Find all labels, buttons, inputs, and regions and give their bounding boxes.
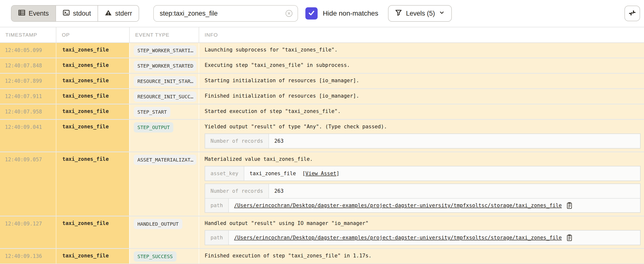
event-row[interactable]: 12:40:09.127taxi_zones_fileHANDLED_OUTPU… xyxy=(0,216,644,249)
chevron-down-icon xyxy=(438,9,445,17)
timestamp-cell: 12:40:07.899 xyxy=(0,74,56,88)
op-cell: taxi_zones_file xyxy=(56,152,129,216)
event-type-cell: RESOURCE_INIT_SUCC… xyxy=(129,89,198,104)
log-filter-search xyxy=(153,5,298,22)
path-link[interactable]: /Users/erincochran/Desktop/dagster-examp… xyxy=(234,203,562,208)
metadata-table: path/Users/erincochran/Desktop/dagster-e… xyxy=(205,230,640,245)
tab-events[interactable]: Events xyxy=(12,5,56,21)
view-toggle-group: Events stdout stderr xyxy=(11,5,139,22)
info-cell: Launching subprocess for "taxi_zones_fil… xyxy=(198,43,644,58)
terminal-icon xyxy=(62,9,70,18)
metadata-table: Number of records263path/Users/erincochr… xyxy=(205,183,640,213)
info-cell: Starting initialization of resources [io… xyxy=(198,74,644,88)
event-type-cell: STEP_WORKER_STARTI… xyxy=(129,43,198,58)
filter-funnel-icon xyxy=(395,9,402,18)
copy-icon[interactable] xyxy=(566,234,572,241)
event-type-tag: STEP_START xyxy=(134,107,170,117)
metadata-row: Number of records263 xyxy=(205,184,640,198)
view-asset-link[interactable]: View Asset xyxy=(305,170,336,176)
op-cell: taxi_zones_file xyxy=(56,216,129,248)
column-header-timestamp: TIMESTAMP xyxy=(0,27,56,42)
tab-stdout[interactable]: stdout xyxy=(56,5,98,21)
metadata-value: taxi_zones_file[View Asset] xyxy=(244,166,640,181)
info-cell: Yielded output "result" of type "Any". (… xyxy=(198,120,644,151)
copy-icon[interactable] xyxy=(566,202,572,209)
info-cell: Executing step "taxi_zones_file" in subp… xyxy=(198,58,644,73)
path-link[interactable]: /Users/erincochran/Desktop/dagster-examp… xyxy=(234,235,562,241)
info-message: Finished initialization of resources [io… xyxy=(205,92,640,100)
metadata-value-text: 263 xyxy=(274,188,284,194)
metadata-label: Number of records xyxy=(205,134,269,148)
event-type-cell: STEP_WORKER_STARTED xyxy=(129,58,198,73)
info-message: Started execution of step "taxi_zones_fi… xyxy=(205,107,640,116)
event-type-tag: STEP_OUTPUT xyxy=(134,122,173,132)
event-row[interactable]: 12:40:09.057taxi_zones_fileASSET_MATERIA… xyxy=(0,152,644,216)
info-cell: Finished execution of step "taxi_zones_f… xyxy=(198,249,644,264)
event-row[interactable]: 12:40:07.899taxi_zones_fileRESOURCE_INIT… xyxy=(0,74,644,89)
event-type-tag: STEP_WORKER_STARTED xyxy=(134,61,196,71)
levels-filter-button[interactable]: Levels (5) xyxy=(388,5,452,22)
check-icon xyxy=(307,9,316,18)
bracket-open: [ xyxy=(302,170,305,176)
circle-x-icon[interactable] xyxy=(285,9,293,17)
info-cell: Started execution of step "taxi_zones_fi… xyxy=(198,105,644,119)
info-message: Launching subprocess for "taxi_zones_fil… xyxy=(205,45,640,54)
timestamp-cell: 12:40:07.958 xyxy=(0,105,56,119)
info-message: Starting initialization of resources [io… xyxy=(205,76,640,85)
collapse-icon xyxy=(628,8,637,18)
collapse-panel-button[interactable] xyxy=(624,5,640,21)
metadata-row: Number of records263 xyxy=(205,134,640,148)
event-row[interactable]: 12:40:07.911taxi_zones_fileRESOURCE_INIT… xyxy=(0,89,644,105)
hide-non-matches-checkbox[interactable] xyxy=(305,7,318,19)
event-row[interactable]: 12:40:09.041taxi_zones_fileSTEP_OUTPUTYi… xyxy=(0,120,644,152)
info-message: Yielded output "result" of type "Any". (… xyxy=(205,122,640,131)
column-header-event-type: EVENT TYPE xyxy=(129,27,198,42)
event-type-cell: HANDLED_OUTPUT xyxy=(129,216,198,248)
table-icon xyxy=(18,9,26,18)
op-cell: taxi_zones_file xyxy=(56,120,129,151)
info-message: Handled output "result" using IO manager… xyxy=(205,219,640,228)
event-row[interactable]: 12:40:07.848taxi_zones_fileSTEP_WORKER_S… xyxy=(0,58,644,74)
op-cell: taxi_zones_file xyxy=(56,89,129,104)
event-type-tag: STEP_WORKER_STARTI… xyxy=(134,45,196,56)
metadata-table: Number of records263 xyxy=(205,133,640,148)
toolbar: Events stdout stderr Hide non-matches xyxy=(0,0,644,27)
event-type-tag: RESOURCE_INIT_SUCC… xyxy=(134,92,196,102)
event-row[interactable]: 12:40:07.958taxi_zones_fileSTEP_STARTSta… xyxy=(0,105,644,120)
metadata-value-text: 263 xyxy=(274,138,284,144)
event-type-cell: STEP_SUCCESS xyxy=(129,249,198,264)
event-type-cell: STEP_START xyxy=(129,105,198,119)
levels-filter-label: Levels (5) xyxy=(406,10,435,17)
op-cell: taxi_zones_file xyxy=(56,74,129,88)
log-table-header: TIMESTAMP OP EVENT TYPE INFO xyxy=(0,27,644,43)
warning-icon xyxy=(105,9,112,18)
op-cell: taxi_zones_file xyxy=(56,105,129,119)
metadata-table: asset_keytaxi_zones_file[View Asset] xyxy=(205,166,640,181)
event-row[interactable]: 12:40:05.099taxi_zones_fileSTEP_WORKER_S… xyxy=(0,43,644,58)
event-log-rows: 12:40:05.099taxi_zones_fileSTEP_WORKER_S… xyxy=(0,43,644,264)
info-cell: Materialized value taxi_zones_file.asset… xyxy=(198,152,644,216)
metadata-row: path/Users/erincochran/Desktop/dagster-e… xyxy=(205,231,640,245)
metadata-value: 263 xyxy=(269,134,640,148)
info-cell: Finished initialization of resources [io… xyxy=(198,89,644,104)
event-type-tag: RESOURCE_INIT_STAR… xyxy=(134,76,196,86)
timestamp-cell: 12:40:07.911 xyxy=(0,89,56,104)
metadata-label: Number of records xyxy=(205,184,269,198)
tab-stderr-label: stderr xyxy=(115,10,132,17)
metadata-value-text: taxi_zones_file xyxy=(250,170,296,176)
event-row[interactable]: 12:40:09.136taxi_zones_fileSTEP_SUCCESSF… xyxy=(0,249,644,264)
event-type-tag: STEP_SUCCESS xyxy=(134,251,176,262)
tab-stderr[interactable]: stderr xyxy=(98,5,139,21)
hide-non-matches-label: Hide non-matches xyxy=(323,9,378,17)
timestamp-cell: 12:40:05.099 xyxy=(0,43,56,58)
metadata-label: asset_key xyxy=(205,166,244,181)
op-cell: taxi_zones_file xyxy=(56,43,129,58)
info-cell: Handled output "result" using IO manager… xyxy=(198,216,644,248)
event-type-cell: ASSET_MATERIALIZAT… xyxy=(129,152,198,216)
search-input[interactable] xyxy=(159,9,285,17)
timestamp-cell: 12:40:09.041 xyxy=(0,120,56,151)
timestamp-cell: 12:40:07.848 xyxy=(0,58,56,73)
bracket-close: ] xyxy=(336,170,340,176)
column-header-op: OP xyxy=(56,27,129,42)
metadata-value: /Users/erincochran/Desktop/dagster-examp… xyxy=(229,231,640,245)
